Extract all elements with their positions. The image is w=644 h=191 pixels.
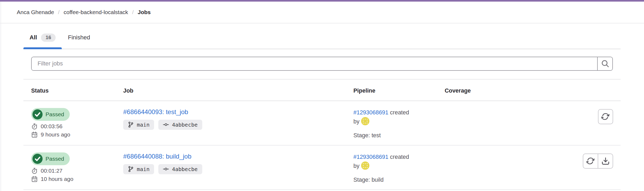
status-cell: Passed 00:01:27 10 hours ago [23, 152, 115, 189]
job-link[interactable]: #6866440093: test_job [123, 108, 188, 116]
column-header-pipeline: Pipeline [346, 88, 437, 94]
pipeline-link[interactable]: #1293068691 [353, 109, 389, 116]
status-cell: Passed 00:03:56 9 hours ago [23, 108, 115, 145]
actions-cell [517, 109, 621, 145]
pipeline-by-text: by [353, 163, 360, 169]
commit-icon [163, 122, 169, 128]
jobs-tab-bar: All 16 Finished [23, 23, 621, 49]
tab-all-count-badge: 16 [41, 34, 56, 42]
coverage-cell [437, 108, 517, 145]
commit-icon [163, 166, 169, 172]
job-finished-time: 9 hours ago [31, 131, 115, 138]
job-actions-group [583, 153, 613, 169]
table-row: Passed 00:03:56 9 hours ago [23, 101, 621, 146]
breadcrumb-current-page: Jobs [138, 9, 151, 15]
actions-cell [517, 153, 621, 189]
search-button[interactable] [597, 57, 612, 70]
column-header-actions [517, 88, 621, 94]
job-finished-value: 9 hours ago [41, 131, 70, 138]
pipeline-link[interactable]: #1293068691 [353, 154, 389, 160]
coverage-cell [437, 152, 517, 189]
tab-all[interactable]: All 16 [23, 31, 62, 49]
column-header-job: Job [115, 88, 346, 94]
calendar-icon [31, 176, 38, 182]
pipeline-created-text: created [390, 154, 409, 160]
job-cell: #6866440093: test_job main [115, 108, 346, 145]
column-header-coverage: Coverage [437, 88, 517, 94]
avatar[interactable] [361, 117, 369, 125]
pipeline-cell: #1293068691 created by Stage: test [346, 108, 437, 145]
status-badge[interactable]: Passed [31, 108, 70, 121]
retry-job-button[interactable] [583, 153, 598, 169]
pipeline-cell: #1293068691 created by Stage: build [346, 152, 437, 189]
job-cell: #6866440088: build_job main [115, 152, 346, 189]
breadcrumb-group-link[interactable]: Anca Ghenade [17, 9, 54, 15]
breadcrumb-separator: / [132, 9, 134, 15]
breadcrumb: Anca Ghenade / coffee-backend-localstack… [0, 2, 644, 23]
retry-icon [601, 113, 610, 121]
pipeline-created-text: created [390, 109, 409, 116]
timer-icon [31, 168, 38, 174]
branch-name: main [137, 122, 150, 128]
status-badge[interactable]: Passed [31, 152, 70, 165]
filter-group [31, 57, 613, 71]
branch-icon [128, 122, 134, 128]
job-link[interactable]: #6866440088: build_job [123, 153, 191, 160]
pipeline-stage: Stage: test [353, 132, 437, 139]
jobs-table: Status Job Pipeline Coverage Passed [23, 80, 621, 190]
column-header-status: Status [23, 88, 115, 94]
branch-ref-badge[interactable]: main [123, 120, 154, 130]
timer-icon [31, 123, 38, 130]
job-refs: main 4abbecbe [123, 164, 346, 174]
pipeline-stage: Stage: build [353, 177, 437, 183]
download-artifacts-button[interactable] [598, 153, 613, 169]
branch-icon [128, 166, 134, 172]
job-refs: main 4abbecbe [123, 120, 346, 130]
commit-sha: 4abbecbe [172, 122, 197, 128]
job-duration-value: 00:01:27 [41, 168, 63, 174]
breadcrumb-project-link[interactable]: coffee-backend-localstack [64, 9, 128, 15]
status-label: Passed [46, 156, 64, 162]
filter-jobs-input[interactable] [32, 57, 597, 70]
tab-all-label: All [30, 34, 37, 41]
job-duration: 00:03:56 [31, 123, 115, 130]
job-duration-value: 00:03:56 [41, 123, 63, 130]
pipeline-by-text: by [353, 118, 360, 125]
status-passed-icon [32, 109, 43, 119]
commit-sha: 4abbecbe [172, 166, 197, 172]
avatar[interactable] [361, 161, 369, 170]
search-icon [601, 59, 609, 68]
status-passed-icon [32, 154, 43, 164]
retry-icon [587, 157, 595, 165]
download-icon [601, 157, 610, 165]
commit-sha-badge[interactable]: 4abbecbe [158, 120, 202, 130]
tab-finished[interactable]: Finished [62, 31, 96, 49]
table-header-row: Status Job Pipeline Coverage [23, 80, 621, 101]
calendar-icon [31, 131, 38, 138]
job-finished-time: 10 hours ago [31, 176, 115, 182]
breadcrumb-separator: / [58, 9, 60, 15]
table-row: Passed 00:01:27 10 hours ago [23, 146, 621, 190]
job-duration: 00:01:27 [31, 168, 115, 174]
commit-sha-badge[interactable]: 4abbecbe [158, 164, 202, 174]
branch-name: main [137, 166, 150, 172]
filter-section [23, 49, 621, 80]
job-finished-value: 10 hours ago [41, 176, 73, 182]
status-label: Passed [46, 111, 64, 118]
branch-ref-badge[interactable]: main [123, 164, 154, 174]
retry-job-button[interactable] [598, 109, 613, 124]
content-left-divider [1, 2, 1, 191]
tab-finished-label: Finished [68, 34, 90, 41]
